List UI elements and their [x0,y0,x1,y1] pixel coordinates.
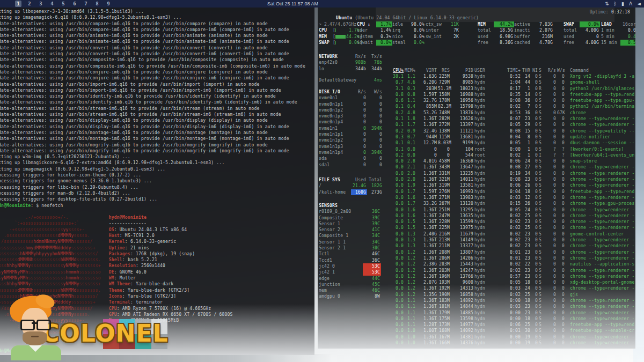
terminal-line: update-alternatives: using /usr/bin/stre… [0,112,305,117]
glances-disk-row: nvme0n100 [319,95,384,101]
process-row: 0.11.81.36T282M13626hydn0:07230S00chrome… [386,116,634,122]
process-row: 0.01.91.36T319M13581hydn0:06260S00chrome… [386,182,634,188]
colonel-mascot [8,295,68,360]
terminal-line: update-alternatives: using /usr/bin/mont… [0,136,305,142]
workspace-button-2[interactable]: 2 [26,1,33,7]
process-row: 0.30.7944M115M13681hydn0:0480S00update-n… [386,134,634,140]
glances-disk-row: nvme1n1p200 [319,137,384,143]
workspace-button-7[interactable]: 7 [83,1,89,7]
glances-gateway-row: DefaultGateway4ms [319,77,384,83]
neofetch-line: +sssshhhyNMMNyssssssssssssyNMMMysssssss+… [0,281,305,287]
mascot-glasses-left [20,320,35,330]
glances-sensors-block: SENSORSr8169_0_2a0036CComposite39CSensor… [319,203,384,300]
process-row: 0.01.21.35G190M16858hydn0:02250S00gjs [386,292,634,298]
glances-diskio-block: DISK I/OR/sW/snvme0n100nvme0n1p100nvme0n… [319,89,384,168]
process-row: 0.20.932.4G138M11121hydn0:08150S00chrome… [386,128,634,134]
sensor-row: r8169_0_2a0036C [319,209,384,215]
process-row: 0.01.32.40G216M11679hydn0:02230S00gnome-… [386,231,634,237]
terminal-line: update-alternatives: using /usr/bin/conj… [0,75,305,81]
glances-terminal-window[interactable]: Ubuntu (Ubuntu 24.04 64bit / Linux 6.14.… [318,8,635,349]
workspace-button-4[interactable]: 4 [49,1,55,7]
gateway-row: DefaultGateway4ms [319,77,384,83]
process-row: 0.11.71.36T272M13397hydn0:05290S00chrome… [386,122,634,128]
keyboard-layout-icon[interactable]: A [629,1,632,7]
network-arrows-icon[interactable]: ⇅ [605,1,609,7]
glances-load-row: 15 min0.51 [601,40,635,46]
workspace-button-5[interactable]: 5 [60,1,67,7]
process-row: 0.10.112.7M8.03M9199hydn0:0510S00dbus-da… [386,140,634,146]
process-row: 0.01.11.36T181M14844hydn0:03230S00chrome… [386,304,634,309]
process-row: 0.02.01.36T321M14011hydn0:08230S00chrome… [386,176,634,182]
process-row: 0.01.31.36T211M13377hydn0:02230S00chrome… [386,243,634,249]
system-tray: ⇅ᛒ▮A◄ [605,0,641,8]
process-row: 0.01.01.00T168M14092hydn0:01300S00freetu… [386,328,634,334]
glances-cpu-row: system0.3%nice0.0%sw_int2K [357,34,464,40]
workspace-button-8[interactable]: 8 [94,1,100,7]
sensor-row: Sensor 241C [319,227,384,233]
process-row: 0.01.61.36T251M13295hydn0:05240S00chrome… [386,207,634,213]
terminal-line: update-alternatives: using /usr/bin/mont… [0,130,305,136]
neofetch-line: -+ssssssssssssssssssyyssss+- OS: Ubuntu … [0,227,305,233]
neofetch-line: +ssssssssshmydMMMMMMMNddddyssssssss+ Upt… [0,245,305,251]
process-row: 0.01.51.36T228M13599hydn0:02230S00chrome… [386,219,634,225]
table-header: FILE SYSUsedTotal [319,177,384,183]
process-row: 0.01.21.36T208M13807hydn0:01230S00chrome… [386,249,634,255]
neofetch-line: .ossssssssssssssssssdMMMNysssso. Host: M… [0,233,305,239]
process-row: 0.01.31.36T213M14149hydn0:02230S00chrome… [386,237,634,243]
glances-process-header[interactable]: CPU%MEM%VIRTRESPIDUSERTIME+THRNISR/sW/sC… [386,68,634,73]
process-row: 0.01.11.36T179M14885hydn0:00230S00chrome… [386,310,634,316]
terminal-line: update-alternatives: using /usr/bin/iden… [0,93,305,99]
process-row: 0.01.61.36T271M13983hydn0:03120S00chrome… [386,195,634,201]
terminal-line: Processing triggers for gnome-menus (3.3… [0,178,305,184]
mascot-mouth [31,336,39,337]
sensor-row: edge44C [319,276,384,282]
terminal-line: update-alternatives: using /usr/bin/comp… [0,21,305,27]
terminal-line: update-alternatives: using /usr/bin/comp… [0,57,305,63]
terminal-line: update-alternatives: using /usr/bin/conj… [0,69,305,75]
process-row: 0.01.22.07G193M9600hydn0:05180S00xdg-des… [386,279,634,285]
glances-load-row: 1 min0.02 [601,27,635,33]
glances-network-row: lo344b344b [319,66,384,72]
process-row: 0.01.21.36T192M14313hydn0:03240S00chrome… [386,285,634,291]
glances-disk-row: nvme1n1p40394K [319,150,384,156]
glances-filesys-row: /21.4G182G [319,183,384,189]
sensor-row: junction45C [319,282,384,287]
terminal-line: update-alternatives: using /usr/bin/comp… [0,27,305,33]
workspace-button-9[interactable]: 9 [105,1,112,7]
terminal-line: update-alternatives: using /usr/bin/mogr… [0,148,305,154]
terminal-line: update-alternatives: using /usr/bin/mogr… [0,142,305,148]
process-header-row: CPU%MEM%VIRTRESPIDUSERTIME+THRNISR/sW/sC… [386,68,634,73]
glances-swap-row: SWAP0.0% [564,21,601,27]
terminal-line: Processing triggers for libc-bin (2.39-0… [0,184,305,190]
glances-disk-row: nvme0n1p300 [319,113,384,119]
process-row: 0.02.84.01G458M16368hydn0:06240S00snap-s… [386,158,634,164]
process-row: 0.20.000544root0:0210I??[kworker/u64:1-e… [386,152,634,158]
sensor-row: Sensor 139C [319,221,384,227]
volume-icon[interactable]: ◄ [637,1,641,7]
terminal-line: update-alternatives: using /usr/bin/iden… [0,99,305,105]
sensor-row: jc42 053C [319,263,384,269]
sensors-header: SENSORS [319,203,384,209]
glances-load-row: LOAD16core [601,21,635,27]
glances-disk-row: nvme0n1p400 [319,119,384,125]
workspace-button-1[interactable]: 1 [15,1,21,7]
battery-icon[interactable]: ▮ [621,1,624,7]
terminal-line: Processing triggers for desktop-file-uti… [0,196,305,202]
glances-os-subtitle: (Ubuntu 24.04 64bit / Linux 6.14.0-33-ge… [352,16,479,20]
process-row: 0.01.733.2G267M13120hydn0:15260S00chrome… [386,201,634,206]
terminal-line: update-alternatives: using /usr/bin/impo… [0,87,305,93]
bluetooth-icon[interactable]: ᛒ [614,1,617,7]
neofetch-line: `:+ssssssssssssssssss+:` -------------- [0,220,305,226]
workspace-button-6[interactable]: 6 [71,1,78,7]
glances-disk-row: sda00 [319,156,384,161]
terminal-line: Setting up imagemagick (8:6.9.12.98+dfsg… [0,166,305,172]
workspace-button-3[interactable]: 3 [38,1,44,7]
glances-swap-row: used0 [564,34,601,40]
process-row: 0.80.81.59T158M16988hydn0:35140S00freetu… [386,92,634,98]
process-row: 0.02.11.36T343M13647hydn0:08270S00chrome… [386,164,634,170]
terminal-line: update-alternatives: using /usr/bin/impo… [0,82,305,87]
desktop: 123456789 Sat Oct 25 11:57:08 AM ⇅ᛒ▮A◄ S… [0,0,644,362]
glances-mem-row: free8.36Gcached4.78G [478,40,558,46]
glances-disk-row: sda100 [319,162,384,168]
table-header: DISK I/OR/sW/s [319,89,384,95]
